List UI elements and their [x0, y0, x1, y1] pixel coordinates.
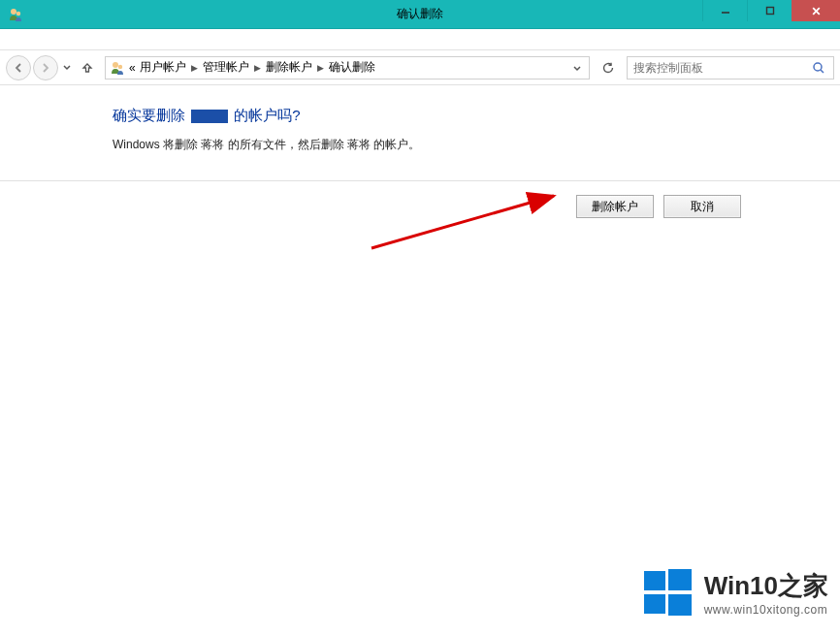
forward-button[interactable]: [33, 55, 58, 80]
breadcrumb-item[interactable]: 删除帐户: [266, 59, 312, 76]
watermark-url: www.win10xitong.com: [704, 603, 828, 617]
breadcrumb-dropdown[interactable]: [569, 61, 585, 75]
back-button[interactable]: [6, 55, 31, 80]
button-row: 删除帐户 取消: [0, 181, 840, 218]
chevron-right-icon: ▶: [251, 63, 264, 73]
delete-account-button[interactable]: 删除帐户: [576, 195, 654, 218]
app-icon: [8, 7, 23, 22]
window-title: 确认删除: [397, 6, 443, 22]
users-icon: [110, 60, 125, 76]
svg-point-6: [113, 62, 118, 68]
close-button[interactable]: [792, 0, 840, 21]
breadcrumb-item[interactable]: 用户帐户: [140, 59, 186, 76]
svg-point-0: [11, 9, 16, 15]
search-icon[interactable]: [810, 61, 827, 75]
svg-rect-3: [766, 8, 773, 15]
history-dropdown-button[interactable]: [60, 55, 74, 80]
chevron-right-icon: ▶: [314, 63, 327, 73]
up-button[interactable]: [76, 55, 99, 80]
svg-rect-14: [644, 594, 665, 614]
search-box[interactable]: [627, 56, 834, 79]
svg-point-7: [118, 64, 122, 68]
window-controls: [702, 0, 840, 28]
svg-rect-15: [668, 594, 692, 616]
svg-line-9: [821, 70, 824, 73]
main-content: 确实要删除 的帐户吗? Windows 将删除 蒋将 的所有文件，然后删除 蒋将…: [0, 85, 840, 153]
breadcrumb-overflow[interactable]: «: [127, 61, 138, 75]
search-input[interactable]: [633, 61, 810, 75]
heading-suffix: 的帐户吗?: [234, 107, 300, 123]
breadcrumb-item[interactable]: 确认删除: [329, 59, 375, 76]
breadcrumb-bar[interactable]: « 用户帐户 ▶ 管理帐户 ▶ 删除帐户 ▶ 确认删除: [105, 56, 590, 79]
ribbon-tab-strip: [0, 29, 840, 50]
svg-rect-12: [644, 571, 665, 590]
watermark: Win10之家 www.win10xitong.com: [640, 565, 828, 619]
windows-logo-icon: [640, 565, 695, 619]
page-heading: 确实要删除 的帐户吗?: [113, 107, 743, 125]
watermark-title: Win10之家: [704, 569, 828, 603]
refresh-button[interactable]: [596, 56, 621, 79]
maximize-button[interactable]: [747, 0, 792, 21]
page-description: Windows 将删除 蒋将 的所有文件，然后删除 蒋将 的帐户。: [113, 137, 743, 153]
breadcrumb-item[interactable]: 管理帐户: [203, 59, 249, 76]
svg-rect-13: [668, 569, 692, 590]
minimize-button[interactable]: [702, 0, 747, 21]
cancel-button[interactable]: 取消: [663, 195, 741, 218]
svg-point-8: [814, 63, 822, 71]
redacted-username: [191, 110, 228, 123]
navigation-toolbar: « 用户帐户 ▶ 管理帐户 ▶ 删除帐户 ▶ 确认删除: [0, 50, 840, 85]
chevron-right-icon: ▶: [188, 63, 201, 73]
heading-prefix: 确实要删除: [113, 107, 185, 123]
window-titlebar: 确认删除: [0, 0, 840, 29]
svg-point-1: [16, 11, 20, 15]
